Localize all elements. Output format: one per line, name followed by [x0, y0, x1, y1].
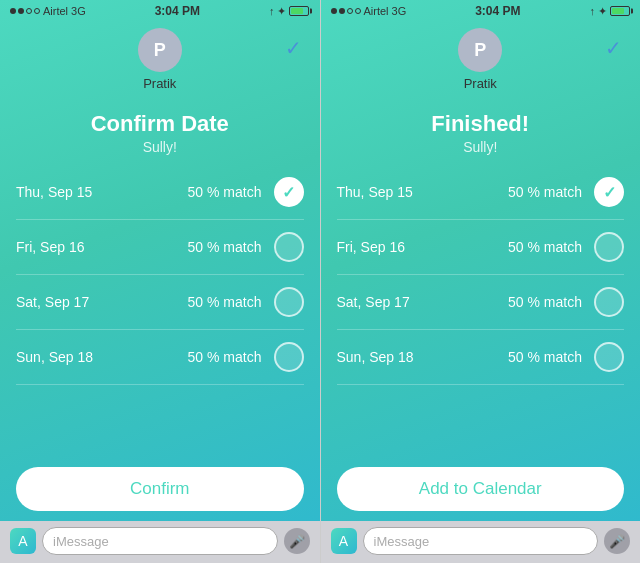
- signal-dot: [331, 8, 337, 14]
- main-content-2: Finished! Sully! Thu, Sep 15 50 % match …: [321, 99, 641, 459]
- arrow-icon-2: ↑: [589, 5, 595, 17]
- match-label-1: 50 % match: [188, 239, 262, 255]
- arrow-icon: ↑: [269, 5, 275, 17]
- avatar-1: P: [138, 28, 182, 72]
- network-label-2: 3G: [392, 5, 407, 17]
- signal-dot-empty: [34, 8, 40, 14]
- bottom-section-2: Add to Calendar: [321, 459, 641, 521]
- check-mark-icon-2: ✓: [605, 36, 622, 60]
- date-list-2: Thu, Sep 15 50 % match Fri, Sep 16 50 % …: [337, 165, 625, 451]
- radio-circle-2[interactable]: [274, 287, 304, 317]
- avatar-2: P: [458, 28, 502, 72]
- radio-circle-s2-3[interactable]: [594, 342, 624, 372]
- imessage-placeholder-1: iMessage: [53, 534, 109, 549]
- carrier-label: Airtel: [43, 5, 68, 17]
- status-right-2: ↑ ✦: [589, 5, 630, 18]
- imessage-bar-2: A iMessage 🎤: [321, 521, 641, 563]
- signal-dot-empty: [26, 8, 32, 14]
- date-label-2: Sat, Sep 17: [16, 294, 188, 310]
- bluetooth-icon: ✦: [277, 5, 286, 18]
- radio-circle-s2-0[interactable]: [594, 177, 624, 207]
- time-label-1: 3:04 PM: [155, 4, 200, 18]
- date-label-s2-0: Thu, Sep 15: [337, 184, 509, 200]
- date-row-1[interactable]: Fri, Sep 16 50 % match: [16, 220, 304, 275]
- status-bar-2: Airtel 3G 3:04 PM ↑ ✦: [321, 0, 641, 22]
- profile-area-2: P Pratik ✓: [321, 22, 641, 99]
- profile-name-2: Pratik: [464, 76, 497, 91]
- date-row-s2-3[interactable]: Sun, Sep 18 50 % match: [337, 330, 625, 385]
- signal-dot: [339, 8, 345, 14]
- imessage-input-2[interactable]: iMessage: [363, 527, 599, 555]
- battery-icon-2: [610, 6, 630, 16]
- date-list-1: Thu, Sep 15 50 % match Fri, Sep 16 50 % …: [16, 165, 304, 451]
- signal-dot-empty: [355, 8, 361, 14]
- imessage-app-icon-1[interactable]: A: [10, 528, 36, 554]
- main-content-1: Confirm Date Sully! Thu, Sep 15 50 % mat…: [0, 99, 320, 459]
- screen-title-2: Finished!: [337, 111, 625, 137]
- match-label-s2-3: 50 % match: [508, 349, 582, 365]
- imessage-bar-1: A iMessage 🎤: [0, 521, 320, 563]
- screen1: Airtel 3G 3:04 PM ↑ ✦ P Pratik ✓ Confirm…: [0, 0, 320, 563]
- check-mark-icon-1: ✓: [285, 36, 302, 60]
- date-label-1: Fri, Sep 16: [16, 239, 188, 255]
- date-label-s2-1: Fri, Sep 16: [337, 239, 509, 255]
- date-row-s2-2[interactable]: Sat, Sep 17 50 % match: [337, 275, 625, 330]
- carrier-label-2: Airtel: [364, 5, 389, 17]
- imessage-input-1[interactable]: iMessage: [42, 527, 278, 555]
- status-right-1: ↑ ✦: [269, 5, 310, 18]
- match-label-0: 50 % match: [188, 184, 262, 200]
- add-to-calendar-button[interactable]: Add to Calendar: [337, 467, 625, 511]
- date-label-s2-3: Sun, Sep 18: [337, 349, 509, 365]
- signal-dots-2: [331, 8, 361, 14]
- app-store-icon-2: A: [339, 533, 348, 549]
- profile-area-1: P Pratik ✓: [0, 22, 320, 99]
- time-label-2: 3:04 PM: [475, 4, 520, 18]
- screen2: Airtel 3G 3:04 PM ↑ ✦ P Pratik ✓ Finishe…: [321, 0, 641, 563]
- signal-dot: [18, 8, 24, 14]
- battery-icon-1: [289, 6, 309, 16]
- match-label-s2-0: 50 % match: [508, 184, 582, 200]
- subtitle-2: Sully!: [337, 139, 625, 155]
- date-label-s2-2: Sat, Sep 17: [337, 294, 509, 310]
- date-label-3: Sun, Sep 18: [16, 349, 188, 365]
- status-left-2: Airtel 3G: [331, 5, 407, 17]
- match-label-s2-1: 50 % match: [508, 239, 582, 255]
- app-store-icon: A: [18, 533, 27, 549]
- profile-name-1: Pratik: [143, 76, 176, 91]
- screen-title-1: Confirm Date: [16, 111, 304, 137]
- radio-circle-1[interactable]: [274, 232, 304, 262]
- battery-fill-1: [291, 8, 303, 14]
- subtitle-1: Sully!: [16, 139, 304, 155]
- radio-circle-s2-1[interactable]: [594, 232, 624, 262]
- network-label: 3G: [71, 5, 86, 17]
- radio-circle-3[interactable]: [274, 342, 304, 372]
- date-row-3[interactable]: Sun, Sep 18 50 % match: [16, 330, 304, 385]
- confirm-button[interactable]: Confirm: [16, 467, 304, 511]
- date-row-0[interactable]: Thu, Sep 15 50 % match: [16, 165, 304, 220]
- signal-dots-1: [10, 8, 40, 14]
- radio-circle-0[interactable]: [274, 177, 304, 207]
- date-row-s2-0[interactable]: Thu, Sep 15 50 % match: [337, 165, 625, 220]
- microphone-icon-2[interactable]: 🎤: [604, 528, 630, 554]
- bottom-section-1: Confirm: [0, 459, 320, 521]
- date-row-s2-1[interactable]: Fri, Sep 16 50 % match: [337, 220, 625, 275]
- bluetooth-icon-2: ✦: [598, 5, 607, 18]
- battery-fill-2: [612, 8, 624, 14]
- signal-dot-empty: [347, 8, 353, 14]
- imessage-placeholder-2: iMessage: [374, 534, 430, 549]
- date-label-0: Thu, Sep 15: [16, 184, 188, 200]
- match-label-3: 50 % match: [188, 349, 262, 365]
- match-label-2: 50 % match: [188, 294, 262, 310]
- status-bar-1: Airtel 3G 3:04 PM ↑ ✦: [0, 0, 320, 22]
- status-left-1: Airtel 3G: [10, 5, 86, 17]
- signal-dot: [10, 8, 16, 14]
- microphone-icon-1[interactable]: 🎤: [284, 528, 310, 554]
- imessage-app-icon-2[interactable]: A: [331, 528, 357, 554]
- date-row-2[interactable]: Sat, Sep 17 50 % match: [16, 275, 304, 330]
- match-label-s2-2: 50 % match: [508, 294, 582, 310]
- radio-circle-s2-2[interactable]: [594, 287, 624, 317]
